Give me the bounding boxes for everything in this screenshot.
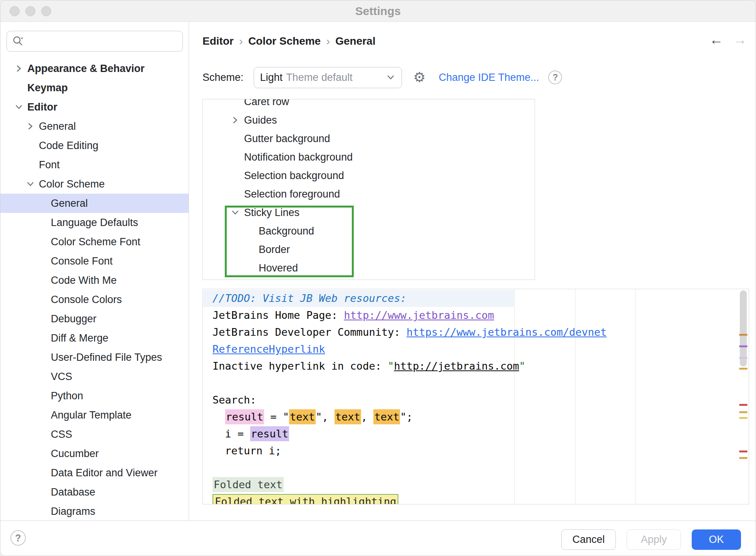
sidebar-item-editor[interactable]: Editor — [0, 97, 189, 117]
option-guides[interactable]: Guides — [203, 111, 535, 129]
sidebar-item-color-scheme-general[interactable]: General — [0, 194, 189, 213]
code-line: Folded text with highlighting — [212, 493, 607, 504]
error-stripe — [738, 289, 749, 504]
chevron-down-icon[interactable] — [26, 179, 35, 189]
sidebar-item-label: Language Defaults — [51, 217, 138, 229]
chevron-right-icon[interactable] — [231, 116, 240, 125]
change-ide-theme-link[interactable]: Change IDE Theme... — [439, 72, 539, 84]
sidebar-item-label: Python — [51, 390, 83, 402]
option-selection-foreground[interactable]: Selection foreground — [203, 185, 535, 203]
sidebar-item-diagrams[interactable]: Diagrams — [0, 502, 189, 521]
sidebar-item-keymap[interactable]: Keymap — [0, 78, 189, 97]
option-sticky-background[interactable]: Background — [203, 222, 535, 240]
minimize-button[interactable] — [25, 6, 35, 16]
sidebar-item-label: General — [51, 198, 88, 209]
sidebar-item-console-colors[interactable]: Console Colors — [0, 290, 189, 309]
scheme-value: Light — [260, 72, 283, 84]
forward-arrow-icon[interactable]: → — [733, 31, 747, 48]
sidebar-item-color-scheme-font[interactable]: Color Scheme Font — [0, 232, 189, 251]
option-caret-row[interactable]: Caret row — [203, 99, 535, 111]
option-label: Background — [259, 225, 314, 237]
sidebar-item-cucumber[interactable]: Cucumber — [0, 444, 189, 463]
apply-button[interactable]: Apply — [627, 529, 681, 550]
code-token: Search: — [212, 394, 256, 406]
search-box[interactable] — [7, 31, 183, 52]
dialog-buttons: Cancel Apply OK — [561, 529, 741, 550]
sidebar-item-appearance-behavior[interactable]: Appearance & Behavior — [0, 59, 189, 78]
option-sticky-lines[interactable]: Sticky Lines — [203, 203, 535, 222]
option-notification-background[interactable]: Notification background — [203, 148, 535, 166]
sidebar-item-label: User-Defined File Types — [51, 352, 162, 363]
option-selection-background[interactable]: Selection background — [203, 166, 535, 185]
sidebar-item-label: Keymap — [27, 82, 68, 94]
settings-tree: Appearance & Behavior Keymap Editor Gene… — [0, 59, 189, 521]
sidebar-item-angular-template[interactable]: Angular Template — [0, 405, 189, 425]
sidebar-item-label: Code Editing — [39, 140, 99, 152]
code-token: result — [225, 409, 264, 424]
sidebar-item-label: Diagrams — [51, 506, 95, 517]
code-line: Inactive hyperlink in code: "http://jetb… — [212, 358, 607, 375]
sidebar-item-css[interactable]: CSS — [0, 425, 189, 444]
help-icon[interactable]: ? — [10, 530, 26, 546]
code-line: //TODO: Visit JB Web resources: — [212, 290, 607, 307]
scheme-select[interactable]: Light Theme default — [254, 67, 402, 88]
scheme-value-note: Theme default — [286, 72, 353, 84]
code-token: , — [361, 411, 374, 423]
code-line: Folded text — [212, 476, 607, 493]
back-arrow-icon[interactable]: ← — [709, 31, 723, 48]
breadcrumb-item-color-scheme[interactable]: Color Scheme — [248, 35, 321, 47]
ok-button[interactable]: OK — [692, 529, 741, 550]
chevron-down-icon[interactable] — [14, 102, 23, 112]
breadcrumb-item-editor[interactable]: Editor — [202, 35, 234, 47]
chevron-down-icon — [386, 73, 395, 82]
footer: ? Cancel Apply OK — [0, 521, 756, 556]
sidebar-item-language-defaults[interactable]: Language Defaults — [0, 213, 189, 232]
sidebar-item-label: Font — [39, 159, 60, 171]
code-line — [212, 459, 607, 476]
visual-guide-line — [636, 289, 636, 504]
settings-window: Settings Appearance & Behavior Keymap Ed — [0, 0, 756, 556]
sidebar-item-label: Console Colors — [51, 294, 122, 306]
window-title: Settings — [0, 0, 756, 22]
sidebar-item-code-with-me[interactable]: Code With Me — [0, 271, 189, 290]
sidebar-item-color-scheme[interactable]: Color Scheme — [0, 174, 189, 194]
sidebar-item-diff-merge[interactable]: Diff & Merge — [0, 328, 189, 348]
breadcrumb-separator-icon: › — [239, 35, 243, 48]
chevron-right-icon[interactable] — [14, 64, 23, 73]
close-button[interactable] — [10, 6, 20, 16]
cancel-button[interactable]: Cancel — [561, 529, 616, 550]
option-sticky-border[interactable]: Border — [203, 240, 535, 259]
editor-preview[interactable]: //TODO: Visit JB Web resources: JetBrain… — [202, 289, 749, 504]
sidebar-item-vcs[interactable]: VCS — [0, 367, 189, 386]
scheme-row: Scheme: Light Theme default ⚙ Change IDE… — [202, 67, 562, 88]
option-label: Caret row — [244, 99, 289, 108]
sidebar-item-database[interactable]: Database — [0, 482, 189, 502]
sidebar-item-code-editing[interactable]: Code Editing — [0, 136, 189, 155]
sidebar-item-user-defined-file-types[interactable]: User-Defined File Types — [0, 348, 189, 367]
option-label: Selection foreground — [244, 188, 340, 200]
sidebar-item-console-font[interactable]: Console Font — [0, 251, 189, 271]
search-icon — [12, 35, 25, 48]
code-line: JetBrains Developer Community: https://w… — [212, 324, 607, 341]
sidebar-item-python[interactable]: Python — [0, 386, 189, 405]
hyperlink-text: http://www.jetbrains.com — [344, 309, 494, 321]
inactive-hyperlink-text: http://jetbrains.com — [394, 360, 519, 372]
color-options-panel[interactable]: Caret row Guides Gutter background Notif… — [202, 99, 535, 280]
sidebar-item-editor-general[interactable]: General — [0, 117, 189, 136]
option-gutter-background[interactable]: Gutter background — [203, 129, 535, 148]
chevron-down-icon[interactable] — [231, 208, 240, 217]
folded-text: Folded text — [212, 477, 284, 492]
gear-icon[interactable]: ⚙ — [413, 70, 426, 84]
settings-search-input[interactable] — [28, 35, 178, 47]
sidebar-item-data-editor-and-viewer[interactable]: Data Editor and Viewer — [0, 463, 189, 482]
code-token: ", — [316, 411, 335, 423]
option-sticky-hovered[interactable]: Hovered — [203, 259, 535, 277]
sidebar-item-debugger[interactable]: Debugger — [0, 309, 189, 328]
zoom-button[interactable] — [41, 6, 51, 16]
sidebar-item-label: CSS — [51, 429, 72, 440]
chevron-right-icon[interactable] — [26, 122, 35, 131]
sidebar-item-font[interactable]: Font — [0, 155, 189, 174]
code-token: " — [388, 360, 394, 372]
help-icon[interactable]: ? — [548, 70, 562, 84]
code-token: JetBrains Home Page: — [212, 309, 344, 321]
